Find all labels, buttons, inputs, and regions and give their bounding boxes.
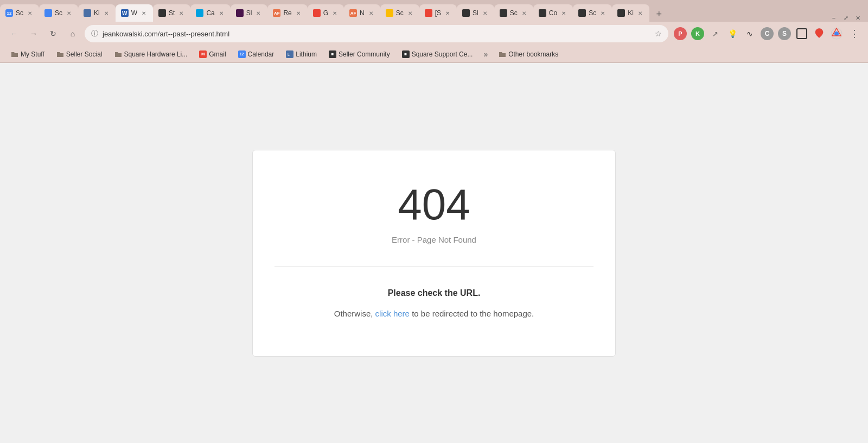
karma-extension-icon[interactable]: K	[690, 26, 705, 41]
bookmark-label-square-hardware: Square Hardware Li...	[124, 50, 188, 58]
browser-tab-11[interactable]: Sc ✕	[380, 4, 419, 22]
bookmark-calendar[interactable]: 12 Calendar	[234, 49, 279, 59]
chrome-extension-icon[interactable]	[829, 26, 844, 41]
tab-favicon-11	[386, 9, 393, 17]
redirect-link[interactable]: click here	[375, 309, 410, 318]
browser-tab-14[interactable]: Sc ✕	[494, 4, 533, 22]
tab-close-9[interactable]: ✕	[331, 9, 339, 17]
extension-c-icon[interactable]: C	[760, 26, 775, 41]
minimize-button[interactable]: −	[830, 14, 838, 22]
tab-close-12[interactable]: ✕	[444, 9, 451, 17]
browser-tab-13[interactable]: Sl ✕	[457, 4, 494, 22]
browser-tab-1[interactable]: 12 Sc ✕	[0, 4, 39, 22]
browser-tab-5[interactable]: St ✕	[153, 4, 190, 22]
error-code: 404	[398, 183, 470, 226]
redirect-after-text: to be redirected to the homepage.	[412, 309, 534, 318]
window-controls: − ⤢ ✕	[824, 14, 868, 22]
tab-favicon-2	[44, 9, 52, 17]
productboard-extension-icon[interactable]: P	[673, 26, 688, 41]
bookmark-seller-community[interactable]: ■ Seller Community	[324, 49, 394, 59]
home-button[interactable]: ⌂	[65, 26, 80, 41]
chrome-menu-icon[interactable]: ⋮	[846, 26, 861, 41]
tab-close-13[interactable]: ✕	[481, 9, 489, 17]
maximize-button[interactable]: ⤢	[842, 14, 850, 22]
bookmark-square-hardware[interactable]: Square Hardware Li...	[110, 49, 192, 59]
tab-label-12: [S	[435, 9, 441, 17]
tab-close-2[interactable]: ✕	[65, 9, 73, 17]
tab-label-17: Ki	[628, 9, 634, 17]
bookmark-label-seller-social: Seller Social	[66, 50, 103, 58]
tab-close-8[interactable]: ✕	[295, 9, 302, 17]
tab-close-14[interactable]: ✕	[520, 9, 528, 17]
tab-favicon-12	[425, 9, 432, 17]
address-text[interactable]: jeankowalski.com/art--past--present.html	[103, 30, 650, 38]
tab-favicon-8: AF	[273, 9, 280, 17]
tab-close-17[interactable]: ✕	[636, 9, 644, 17]
bookmarks-more-button[interactable]: »	[480, 49, 491, 60]
tab-close-5[interactable]: ✕	[177, 9, 185, 17]
tab-close-6[interactable]: ✕	[218, 9, 225, 17]
tab-favicon-16	[578, 9, 586, 17]
close-button[interactable]: ✕	[854, 14, 861, 22]
square-extension-icon[interactable]	[794, 26, 809, 41]
tab-close-1[interactable]: ✕	[26, 9, 34, 17]
tab-label-6: Ca	[206, 9, 214, 17]
tab-label-10: N	[360, 9, 365, 17]
browser-tab-10[interactable]: AF N ✕	[344, 4, 380, 22]
bookmark-label-square-support: Square Support Ce...	[412, 50, 473, 58]
browser-tab-12[interactable]: [S ✕	[419, 4, 457, 22]
bookmark-gmail[interactable]: M Gmail	[195, 49, 230, 59]
toolbar-extensions: P K ↗ 💡 ∿ C S	[673, 26, 861, 41]
tab-favicon-7	[236, 9, 244, 17]
tab-label-8: Re	[283, 9, 291, 17]
tab-close-7[interactable]: ✕	[254, 9, 262, 17]
browser-tab-6[interactable]: Ca ✕	[190, 4, 230, 22]
browser-tab-2[interactable]: Sc ✕	[39, 4, 78, 22]
browser-tab-16[interactable]: Sc ✕	[573, 4, 612, 22]
tab-close-11[interactable]: ✕	[406, 9, 414, 17]
tab-label-16: Sc	[589, 9, 596, 17]
tab-label-9: G	[323, 9, 328, 17]
maps-extension-icon[interactable]	[812, 26, 827, 41]
forward-button[interactable]: →	[26, 26, 41, 41]
bookmark-my-stuff[interactable]: My Stuff	[7, 49, 49, 59]
bookmark-square-support[interactable]: ■ Square Support Ce...	[398, 49, 477, 59]
gmail-favicon: M	[199, 50, 207, 58]
tab-close-10[interactable]: ✕	[367, 9, 375, 17]
pulse-extension-icon[interactable]: ∿	[742, 26, 757, 41]
extension-arrow-icon[interactable]: ↗	[707, 26, 723, 41]
new-tab-button[interactable]: +	[652, 7, 667, 22]
tab-close-active[interactable]: ✕	[140, 9, 148, 17]
security-icon: ⓘ	[91, 29, 98, 39]
tab-close-3[interactable]: ✕	[103, 9, 110, 17]
tab-label-7: Sl	[246, 9, 252, 17]
bookmark-lithium[interactable]: L Lithium	[282, 49, 321, 59]
browser-tab-active[interactable]: W W ✕	[116, 4, 153, 22]
folder-icon	[11, 51, 18, 58]
browser-tab-9[interactable]: G ✕	[308, 4, 344, 22]
tab-label-1: Sc	[16, 9, 23, 17]
browser-tab-3[interactable]: Ki ✕	[78, 4, 116, 22]
lighthouse-extension-icon[interactable]: 💡	[725, 26, 740, 41]
page-content: 404 Error - Page Not Found Please check …	[0, 63, 868, 443]
bookmarks-other-folder[interactable]: Other bookmarks	[494, 49, 563, 59]
tab-label-2: Sc	[55, 9, 62, 17]
address-bar[interactable]: ⓘ jeankowalski.com/art--past--present.ht…	[85, 25, 668, 42]
reload-button[interactable]: ↻	[46, 26, 61, 41]
redirect-before-text: Otherwise,	[334, 309, 373, 318]
tab-label-13: Sl	[473, 9, 478, 17]
tab-favicon-6	[196, 9, 203, 17]
back-button[interactable]: ←	[7, 26, 22, 41]
tab-close-16[interactable]: ✕	[599, 9, 607, 17]
extension-s-icon[interactable]: S	[777, 26, 792, 41]
browser-tab-17[interactable]: Ki ✕	[612, 4, 649, 22]
tab-close-15[interactable]: ✕	[560, 9, 567, 17]
bookmark-star-icon[interactable]: ☆	[655, 29, 662, 38]
browser-tab-15[interactable]: Co ✕	[533, 4, 573, 22]
browser-tab-7[interactable]: Sl ✕	[231, 4, 268, 22]
bookmark-seller-social[interactable]: Seller Social	[52, 49, 107, 59]
browser-tab-8[interactable]: AF Re ✕	[267, 4, 307, 22]
tab-favicon-14	[500, 9, 507, 17]
tab-label-3: Ki	[94, 9, 100, 17]
tab-favicon-13	[462, 9, 470, 17]
